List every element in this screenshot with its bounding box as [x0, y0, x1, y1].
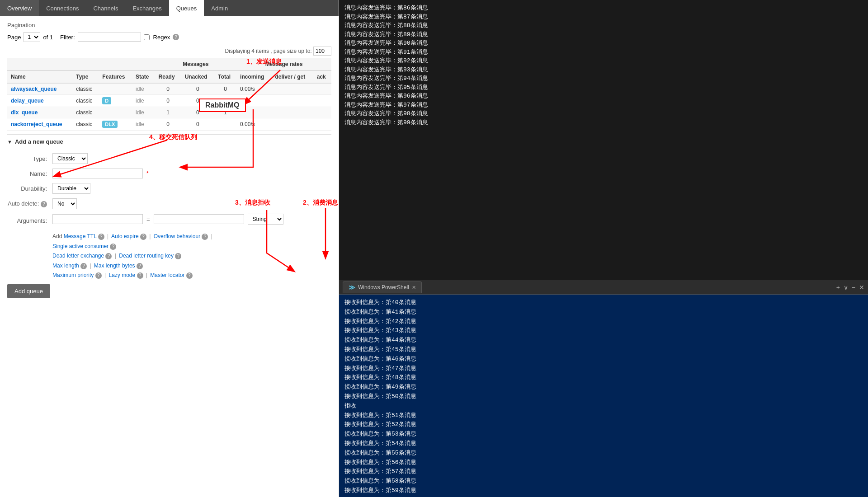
queue-name-cell: dlx_queue [7, 107, 72, 118]
link-overflow-behaviour[interactable]: Overflow behaviour [154, 233, 200, 239]
link-max-length-bytes[interactable]: Max length bytes [94, 263, 135, 269]
terminal-chevron-icon[interactable]: ∨ [844, 284, 848, 291]
link-single-active-consumer[interactable]: Single active consumer [52, 243, 108, 249]
filter-input[interactable] [78, 33, 141, 42]
terminal-controls: + ∨ − ✕ [836, 284, 864, 291]
terminal-bottom-content: 接收到信息为：第40条消息接收到信息为：第41条消息接收到信息为：第42条消息接… [339, 295, 868, 497]
terminal-line: 接收到信息为：第55条消息 [344, 449, 863, 458]
th-total: Total [214, 70, 236, 83]
queue-total-cell [214, 118, 236, 131]
terminal-line: 接收到信息为：第46条消息 [344, 355, 863, 364]
pagination-row: Page 1 of 1 Filter: Regex ? [7, 32, 331, 42]
th-ready: Ready [155, 70, 181, 83]
overflow-help-icon[interactable]: ? [202, 234, 208, 240]
terminal-maximize-icon[interactable]: ✕ [859, 284, 864, 291]
queue-name-link[interactable]: delay_queue [11, 98, 44, 104]
terminal-line: 接收到信息为：第44条消息 [344, 336, 863, 345]
auto-expire-help-icon[interactable]: ? [140, 234, 146, 240]
queue-type-cell: classic [72, 83, 99, 95]
powershell-tab[interactable]: ≫ Windows PowerShell ✕ [343, 281, 422, 293]
queue-name-link[interactable]: dlx_queue [11, 109, 38, 116]
nav-connections[interactable]: Connections [39, 0, 86, 16]
terminal-line: 接收到信息为：第59条消息 [344, 486, 863, 496]
link-message-ttl[interactable]: Message TTL [64, 233, 97, 239]
master-locator-help-icon[interactable]: ? [186, 272, 193, 279]
queue-name-link[interactable]: alwaysack_queue [11, 86, 57, 92]
queue-unacked-cell: 0 [181, 118, 215, 131]
nav-queues[interactable]: Queues [169, 0, 204, 16]
dead-letter-exchange-help-icon[interactable]: ? [105, 253, 112, 259]
durability-select[interactable]: Durable Transient [52, 183, 90, 194]
add-queue-header[interactable]: ▼ Add a new queue [7, 134, 331, 149]
queue-name-link[interactable]: nackorreject_queue [11, 121, 62, 127]
queue-ack-cell [313, 107, 331, 118]
sep2: | [149, 233, 151, 239]
terminal-minimize-icon[interactable]: − [852, 284, 855, 291]
terminal-line: 消息内容发送完毕：第90条消息 [344, 39, 863, 48]
terminal-line: 消息内容发送完毕：第96条消息 [344, 92, 863, 101]
add-queue-button[interactable]: Add queue [7, 284, 50, 298]
name-label: Name: [7, 170, 52, 177]
arg-type-select[interactable]: String Number Boolean [248, 214, 283, 225]
auto-delete-select[interactable]: No Yes [52, 198, 77, 209]
arguments-row: = String Number Boolean [52, 214, 331, 225]
queue-features-cell: DLX [99, 118, 132, 131]
queue-state-cell: idle [132, 83, 155, 95]
durability-label: Durability: [7, 185, 52, 192]
dead-letter-routing-help-icon[interactable]: ? [175, 253, 181, 259]
queue-unacked-cell: 0 [181, 83, 215, 95]
right-panel: 消息内容发送完毕：第86条消息消息内容发送完毕：第87条消息消息内容发送完毕：第… [339, 0, 868, 497]
link-master-locator[interactable]: Master locator [150, 272, 184, 278]
terminal-line: 消息内容发送完毕：第88条消息 [344, 21, 863, 30]
nav-admin[interactable]: Admin [204, 0, 235, 16]
max-length-bytes-help-icon[interactable]: ? [137, 263, 143, 269]
arg-links: Add Message TTL ? | Auto expire ? | Over… [52, 232, 331, 281]
auto-delete-input: No Yes [52, 198, 331, 209]
nav-exchanges[interactable]: Exchanges [125, 0, 169, 16]
nav-channels[interactable]: Channels [86, 0, 125, 16]
message-ttl-help-icon[interactable]: ? [98, 234, 104, 240]
terminal-line: 接收到信息为：第43条消息 [344, 326, 863, 336]
auto-delete-help-icon[interactable]: ? [41, 201, 47, 207]
page-select[interactable]: 1 [24, 32, 40, 42]
link-dead-letter-routing-key[interactable]: Dead letter routing key [119, 253, 174, 259]
terminal-line: 消息内容发送完毕：第99条消息 [344, 118, 863, 127]
page-size-input[interactable] [313, 47, 331, 56]
link-lazy-mode[interactable]: Lazy mode [109, 272, 136, 278]
feature-badge: D [102, 97, 111, 104]
pagination-section-title: Pagination [7, 22, 331, 28]
nav-overview[interactable]: Overview [0, 0, 39, 16]
terminal-line: 接收到信息为：第50条消息 [344, 392, 863, 402]
terminal-line: 接收到信息为：第52条消息 [344, 420, 863, 430]
queue-features-cell [99, 107, 132, 118]
regex-help-icon[interactable]: ? [173, 34, 179, 40]
single-active-help-icon[interactable]: ? [110, 244, 116, 250]
regex-checkbox[interactable] [144, 34, 150, 40]
type-select[interactable]: Classic Quorum [52, 153, 88, 164]
queue-name-input[interactable] [52, 169, 143, 178]
terminal-add-icon[interactable]: + [836, 284, 840, 291]
max-length-help-icon[interactable]: ? [80, 263, 87, 269]
queue-type-cell: classic [72, 95, 99, 107]
queue-total-cell [214, 95, 236, 107]
queue-state-cell: idle [132, 95, 155, 107]
link-dead-letter-exchange[interactable]: Dead letter exchange [52, 253, 104, 259]
lazy-mode-help-icon[interactable]: ? [137, 272, 143, 279]
terminal-tab-bar: ≫ Windows PowerShell ✕ + ∨ − ✕ [339, 280, 868, 295]
powershell-close-icon[interactable]: ✕ [412, 285, 416, 291]
required-mark: * [146, 170, 149, 177]
arg-key-input[interactable] [52, 214, 143, 224]
queue-deliver-cell [271, 83, 313, 95]
terminal-line: 接收到信息为：第49条消息 [344, 383, 863, 392]
max-priority-help-icon[interactable]: ? [95, 272, 102, 279]
form-row-auto-delete: Auto delete: ? No Yes [7, 198, 331, 209]
link-auto-expire[interactable]: Auto expire [111, 233, 139, 239]
powershell-icon: ≫ [349, 284, 355, 291]
form-row-arguments: Arguments: = String Number Boolean [7, 214, 331, 227]
th-ack: ack [313, 70, 331, 83]
arg-value-input[interactable] [154, 214, 244, 224]
link-maximum-priority[interactable]: Maximum priority [52, 272, 94, 278]
queue-state-cell: idle [132, 118, 155, 131]
link-max-length[interactable]: Max length [52, 263, 79, 269]
terminal-line: 消息内容发送完毕：第97条消息 [344, 101, 863, 110]
